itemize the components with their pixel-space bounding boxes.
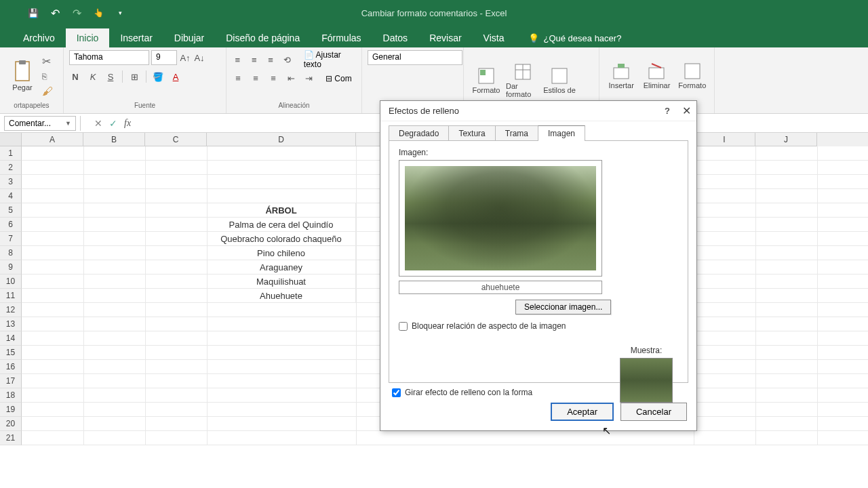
row-header[interactable]: 9 (0, 260, 22, 274)
cell-d8[interactable]: Pino chileno (207, 246, 356, 260)
decrease-font-icon[interactable]: A↓ (193, 53, 205, 63)
font-color-icon[interactable]: A (170, 72, 182, 82)
cell-d6[interactable]: Palma de cera del Quindío (207, 218, 356, 232)
name-box[interactable]: Comentar... ▼ (4, 116, 76, 131)
increase-font-icon[interactable]: A↑ (179, 53, 191, 63)
tab-archivo[interactable]: Archivo (12, 28, 66, 47)
save-icon[interactable] (27, 7, 39, 19)
tab-inicio[interactable]: Inicio (66, 28, 110, 47)
col-header-j[interactable]: J (755, 133, 817, 146)
tab-textura[interactable]: Textura (448, 125, 495, 141)
row-header[interactable]: 5 (0, 203, 22, 218)
touch-mode-icon[interactable] (92, 7, 104, 19)
orientation-icon[interactable]: ⟲ (281, 55, 292, 65)
tab-trama[interactable]: Trama (495, 125, 538, 141)
cell-d10[interactable]: Maquilishuat (207, 274, 356, 289)
cond-format-icon (477, 67, 495, 85)
format-painter-icon[interactable]: 🖌 (42, 85, 53, 98)
ok-button[interactable]: Aceptar (551, 403, 614, 421)
cell-d11[interactable]: Ahuehuete (207, 289, 356, 303)
align-left-icon[interactable]: ≡ (232, 73, 244, 83)
conditional-format-button[interactable]: Formato (469, 67, 503, 94)
align-right-icon[interactable]: ≡ (267, 73, 279, 83)
row-header[interactable]: 17 (0, 374, 22, 388)
accept-formula-icon[interactable]: ✓ (109, 118, 117, 129)
tab-formulas[interactable]: Fórmulas (311, 28, 372, 47)
col-header-b[interactable]: B (83, 133, 145, 146)
row-header[interactable]: 13 (0, 317, 22, 331)
align-top-icon[interactable]: ≡ (232, 55, 243, 65)
row-header[interactable]: 10 (0, 274, 22, 289)
cell-d5[interactable]: ÁRBOL (207, 203, 356, 218)
underline-button[interactable]: S (104, 72, 117, 82)
row-header[interactable]: 19 (0, 403, 22, 417)
cancel-formula-icon[interactable]: ✕ (94, 118, 102, 129)
tab-degradado[interactable]: Degradado (389, 125, 449, 141)
select-all-corner[interactable] (0, 133, 22, 146)
tab-diseno[interactable]: Diseño de página (215, 28, 311, 47)
tab-datos[interactable]: Datos (372, 28, 419, 47)
col-header-a[interactable]: A (22, 133, 83, 146)
tab-imagen[interactable]: Imagen (538, 125, 585, 141)
decrease-indent-icon[interactable]: ⇤ (285, 73, 297, 83)
row-header[interactable]: 16 (0, 360, 22, 374)
increase-indent-icon[interactable]: ⇥ (302, 73, 315, 83)
format-cells-button[interactable]: Formato (676, 62, 709, 89)
align-middle-icon[interactable]: ≡ (248, 55, 259, 65)
paste-button[interactable]: Pegar (5, 60, 39, 92)
redo-icon[interactable] (71, 7, 83, 19)
fx-icon[interactable]: fx (124, 118, 131, 129)
cell-styles-button[interactable]: Estilos de (542, 67, 576, 94)
rotate-fill-checkbox[interactable] (392, 388, 401, 397)
row-header[interactable]: 2 (0, 161, 22, 175)
cancel-button[interactable]: Cancelar (620, 403, 687, 421)
cell-d7[interactable]: Quebracho colorado chaqueño (207, 232, 356, 246)
qat-customize-icon[interactable] (114, 7, 126, 19)
delete-cells-button[interactable]: Eliminar (640, 62, 673, 89)
row-header[interactable]: 7 (0, 232, 22, 246)
merge-button[interactable]: ⊟ Com (326, 74, 352, 83)
row-header[interactable]: 6 (0, 218, 22, 232)
row-header[interactable]: 4 (0, 189, 22, 203)
row-header[interactable]: 8 (0, 246, 22, 260)
undo-icon[interactable] (49, 7, 61, 19)
chevron-down-icon[interactable]: ▼ (65, 120, 71, 127)
select-image-button[interactable]: Seleccionar imagen... (515, 300, 611, 314)
close-icon[interactable]: ✕ (682, 104, 691, 117)
col-header-i[interactable]: I (694, 133, 755, 146)
row-header[interactable]: 20 (0, 417, 22, 431)
format-table-button[interactable]: Dar formato (506, 63, 540, 98)
tab-insertar[interactable]: Insertar (109, 28, 163, 47)
row-header[interactable]: 14 (0, 331, 22, 346)
copy-icon[interactable]: ⎘ (42, 72, 53, 81)
row-header[interactable]: 21 (0, 431, 22, 445)
row-header[interactable]: 18 (0, 388, 22, 403)
cut-icon[interactable]: ✂ (42, 55, 53, 68)
italic-button[interactable]: K (87, 72, 99, 82)
align-center-icon[interactable]: ≡ (250, 73, 262, 83)
help-icon[interactable]: ? (665, 106, 670, 116)
col-header-c[interactable]: C (145, 133, 207, 146)
row-header[interactable]: 12 (0, 303, 22, 317)
tell-me-search[interactable]: 💡 ¿Qué desea hacer? (528, 33, 621, 47)
row-header[interactable]: 11 (0, 289, 22, 303)
font-name-select[interactable]: Tahoma (69, 50, 149, 65)
tab-vista[interactable]: Vista (473, 28, 515, 47)
cell-d9[interactable]: Araguaney (207, 260, 356, 274)
image-preview-box (399, 160, 602, 277)
row-header[interactable]: 3 (0, 175, 22, 189)
borders-icon[interactable]: ⊞ (128, 72, 140, 82)
lock-aspect-checkbox[interactable] (399, 322, 408, 331)
number-format-select[interactable]: General (368, 50, 462, 65)
fill-color-icon[interactable]: 🪣 (152, 72, 164, 82)
row-header[interactable]: 1 (0, 146, 22, 161)
bold-button[interactable]: N (69, 72, 81, 82)
row-header[interactable]: 15 (0, 346, 22, 360)
font-size-select[interactable]: 9 (151, 50, 177, 65)
col-header-d[interactable]: D (207, 133, 356, 146)
tab-revisar[interactable]: Revisar (418, 28, 472, 47)
insert-cells-button[interactable]: Insertar (605, 62, 637, 89)
align-bottom-icon[interactable]: ≡ (265, 55, 276, 65)
tab-dibujar[interactable]: Dibujar (163, 28, 215, 47)
wrap-text-button[interactable]: 📄 Ajustar texto (304, 50, 356, 69)
